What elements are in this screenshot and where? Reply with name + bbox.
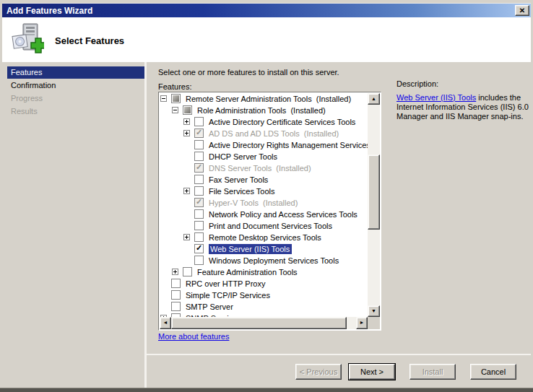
tree-item-label[interactable]: Feature Administration Tools <box>197 268 298 276</box>
horizontal-scrollbar[interactable]: ◄ ► <box>160 317 368 329</box>
tree-row[interactable]: Active Directory Rights Management Servi… <box>160 139 368 151</box>
tree-item-label[interactable]: File Services Tools <box>209 187 275 196</box>
tree-indent <box>160 116 183 128</box>
tree-row[interactable]: RPC over HTTP Proxy <box>160 278 368 289</box>
feature-checkbox[interactable] <box>194 256 204 265</box>
checkbox-slot <box>183 266 195 278</box>
expand-slot <box>160 278 171 289</box>
tree-item-label[interactable]: DNS Server Tools (Installed) <box>209 164 311 173</box>
checkbox-slot <box>194 232 207 243</box>
scroll-left-button[interactable]: ◄ <box>160 317 171 329</box>
tree-item-label[interactable]: SMTP Server <box>186 302 233 311</box>
next-button[interactable]: Next > <box>349 364 395 380</box>
tree-row[interactable]: Print and Document Services Tools <box>160 220 368 232</box>
expand-plus-icon[interactable] <box>183 188 190 194</box>
tree-row[interactable]: Active Directory Certificate Services To… <box>160 116 368 128</box>
tree-row[interactable]: ✓AD DS and AD LDS Tools (Installed) <box>160 128 368 139</box>
feature-checkbox[interactable] <box>183 267 192 276</box>
feature-checkbox[interactable] <box>171 302 181 311</box>
tree-item-label[interactable]: Print and Document Services Tools <box>209 222 332 230</box>
feature-checkbox[interactable] <box>171 279 181 288</box>
expand-plus-icon[interactable] <box>183 130 190 136</box>
tree-row[interactable]: ✓DNS Server Tools (Installed) <box>160 162 368 174</box>
expand-plus-icon[interactable] <box>172 269 178 275</box>
tree-item-label[interactable]: RPC over HTTP Proxy <box>186 279 265 288</box>
expand-slot <box>160 289 171 301</box>
close-button[interactable]: ✕ <box>515 5 529 16</box>
tree-item-label[interactable]: Role Administration Tools (Installed) <box>197 106 326 115</box>
expand-plus-icon[interactable] <box>183 118 190 125</box>
feature-checkbox[interactable] <box>194 186 204 196</box>
tree-item-label[interactable]: Remote Desktop Services Tools <box>209 233 321 242</box>
checkbox-slot <box>194 186 207 197</box>
expand-plus-icon[interactable] <box>183 234 190 240</box>
tree-indent <box>160 266 171 278</box>
tree-item-label[interactable]: AD DS and AD LDS Tools (Installed) <box>209 129 339 138</box>
tree-row[interactable]: Remote Desktop Services Tools <box>160 232 368 243</box>
expand-slot <box>183 128 194 139</box>
tree-row[interactable]: Network Policy and Access Services Tools <box>160 209 368 220</box>
expand-slot <box>183 186 194 197</box>
scroll-up-button[interactable]: ▲ <box>368 93 380 105</box>
feature-checkbox[interactable] <box>194 140 204 149</box>
tree-item-label[interactable]: DHCP Server Tools <box>209 152 277 161</box>
checkbox-slot <box>194 174 207 186</box>
tree-indent <box>160 255 183 266</box>
tree-item-label[interactable]: Simple TCP/IP Services <box>186 291 270 300</box>
checkbox-slot: ✓ <box>194 128 207 139</box>
tree-item-label[interactable]: Active Directory Rights Management Servi… <box>209 141 368 149</box>
tree-item-label[interactable]: Hyper-V Tools (Installed) <box>209 199 298 207</box>
expand-slot <box>183 209 194 220</box>
scroll-down-button[interactable]: ▼ <box>368 305 380 317</box>
tree-row[interactable]: ✓Hyper-V Tools (Installed) <box>160 197 368 209</box>
feature-checkbox[interactable] <box>183 105 192 115</box>
titlebar[interactable]: Add Features Wizard ✕ <box>2 3 531 17</box>
checkbox-slot: ✓ <box>194 197 207 209</box>
feature-checkbox[interactable] <box>194 221 204 230</box>
feature-checkbox: ✓ <box>194 129 204 138</box>
feature-checkbox[interactable] <box>171 94 181 103</box>
tree-row[interactable]: Windows Deployment Services Tools <box>160 255 368 266</box>
tree-row[interactable]: Remote Server Administration Tools (Inst… <box>160 93 368 105</box>
tree-indent <box>160 209 183 220</box>
feature-checkbox[interactable] <box>194 175 204 184</box>
tree-row[interactable]: File Services Tools <box>160 186 368 197</box>
check-icon: ✓ <box>196 128 202 137</box>
feature-checkbox[interactable] <box>194 117 204 126</box>
tree-item-label[interactable]: Web Server (IIS) Tools <box>209 244 292 254</box>
tree-item-label[interactable]: Fax Server Tools <box>209 175 268 184</box>
tree-row[interactable]: SMTP Server <box>160 301 368 313</box>
tree-row[interactable]: Feature Administration Tools <box>160 266 368 278</box>
tree-row[interactable]: Role Administration Tools (Installed) <box>160 105 368 116</box>
collapse-minus-icon[interactable] <box>160 95 167 102</box>
scroll-right-button[interactable]: ► <box>356 317 368 329</box>
sidebar-item-confirmation[interactable]: Confirmation <box>2 79 144 92</box>
tree-indent <box>160 197 183 209</box>
tree-item-label[interactable]: Network Policy and Access Services Tools <box>209 210 358 219</box>
close-icon: ✕ <box>519 6 525 14</box>
tree-item-label[interactable]: Remote Server Administration Tools (Inst… <box>186 95 351 103</box>
more-about-features-link[interactable]: More about features <box>158 332 229 341</box>
feature-checkbox[interactable] <box>194 209 204 219</box>
tree-row[interactable]: Simple TCP/IP Services <box>160 289 368 301</box>
tree-row[interactable]: ✓Web Server (IIS) Tools <box>160 243 368 255</box>
tree-item-label[interactable]: Windows Deployment Services Tools <box>209 256 339 265</box>
features-tree[interactable]: Remote Server Administration Tools (Inst… <box>158 92 381 331</box>
horizontal-scroll-thumb[interactable] <box>171 317 347 329</box>
checkbox-slot <box>194 116 207 128</box>
tree-item-label[interactable]: Active Directory Certificate Services To… <box>209 118 355 126</box>
tree-row[interactable]: DHCP Server Tools <box>160 151 368 162</box>
description-feature-link[interactable]: Web Server (IIS) Tools <box>396 93 476 102</box>
vertical-scrollbar[interactable]: ▲ ▼ <box>368 93 380 317</box>
feature-checkbox[interactable] <box>171 290 181 300</box>
feature-checkbox[interactable] <box>194 232 204 242</box>
feature-checkbox[interactable] <box>194 152 204 161</box>
tree-row[interactable]: Fax Server Tools <box>160 174 368 186</box>
instruction-text: Select one or more features to install o… <box>158 68 339 77</box>
cancel-button[interactable]: Cancel <box>470 364 516 380</box>
tree-indent <box>160 139 183 151</box>
sidebar-item-features[interactable]: Features <box>7 66 144 79</box>
collapse-minus-icon[interactable] <box>172 107 178 113</box>
feature-checkbox[interactable]: ✓ <box>194 244 204 253</box>
vertical-scroll-thumb[interactable] <box>368 154 380 230</box>
